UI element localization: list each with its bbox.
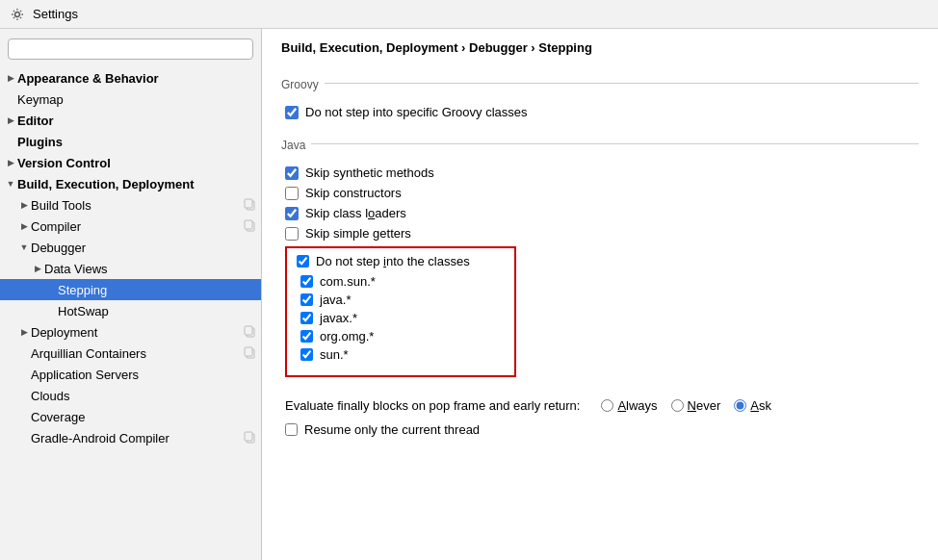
tree-arrow-debugger: ▼ — [17, 241, 31, 254]
sidebar: ▶Appearance & BehaviorKeymap▶EditorPlugi… — [0, 29, 262, 560]
tree-arrow-stepping — [44, 283, 58, 296]
skip-simple-getters-label: Skip simple getters — [305, 226, 411, 241]
copy-icon-deployment — [244, 325, 257, 339]
sidebar-item-gradle-android[interactable]: Gradle-Android Compiler — [0, 427, 261, 448]
dont-step-classes-label: Do not step into the classes — [316, 254, 470, 268]
evaluate-label: Evaluate finally blocks on pop frame and… — [285, 398, 580, 413]
sidebar-label-data-views: Data Views — [44, 262, 257, 276]
sidebar-label-stepping: Stepping — [58, 283, 257, 297]
com-sun-checkbox[interactable] — [300, 275, 313, 288]
sidebar-item-build-tools[interactable]: ▶Build Tools — [0, 194, 261, 216]
breadcrumb: Build, Execution, Deployment › Debugger … — [281, 40, 919, 55]
java-label: java.* — [320, 293, 352, 307]
resume-checkbox[interactable] — [285, 423, 298, 436]
copy-icon-arquillian — [244, 346, 257, 360]
java-divider-line — [311, 143, 919, 144]
sidebar-item-data-views[interactable]: ▶Data Views — [0, 258, 261, 279]
sidebar-label-build-exec-deploy: Build, Execution, Deployment — [17, 177, 257, 191]
com-sun-label: com.sun.* — [320, 274, 376, 289]
svg-rect-4 — [245, 220, 252, 229]
skip-synthetic-label: Skip synthetic methods — [305, 165, 434, 180]
sidebar-item-hotswap[interactable]: HotSwap — [0, 300, 261, 321]
groovy-no-step-label: Do not step into specific Groovy classes — [305, 105, 528, 119]
skip-simple-getters-checkbox[interactable] — [285, 227, 299, 241]
radio-always-label: Always — [617, 398, 657, 413]
sidebar-item-version-control[interactable]: ▶Version Control — [0, 152, 261, 173]
class-item-sun: sun.* — [300, 347, 505, 362]
skip-synthetic-checkbox[interactable] — [285, 166, 299, 180]
java-checkbox[interactable] — [300, 293, 313, 306]
org-omg-checkbox[interactable] — [300, 330, 313, 343]
tree-arrow-compiler: ▶ — [17, 219, 31, 233]
skip-class-loaders-label: Skip class loaders — [305, 206, 406, 220]
svg-rect-6 — [245, 326, 252, 335]
class-item-org-omg: org.omg.* — [300, 329, 505, 344]
groovy-section-header: Groovy — [281, 68, 919, 97]
tree-arrow-editor: ▶ — [4, 114, 17, 127]
sidebar-item-build-exec-deploy[interactable]: ▼Build, Execution, Deployment — [0, 173, 261, 194]
resume-row: Resume only the current thread — [285, 422, 919, 437]
resume-label: Resume only the current thread — [304, 422, 480, 437]
sidebar-label-hotswap: HotSwap — [58, 304, 257, 318]
groovy-no-step-row: Do not step into specific Groovy classes — [285, 105, 919, 119]
sidebar-item-plugins[interactable]: Plugins — [0, 131, 261, 152]
copy-icon-build-tools — [244, 198, 257, 212]
groovy-divider-line — [325, 83, 919, 84]
sidebar-item-app-servers[interactable]: Application Servers — [0, 364, 261, 385]
tree-arrow-plugins — [4, 135, 17, 148]
sidebar-item-debugger[interactable]: ▼Debugger — [0, 237, 261, 258]
skip-class-loaders-checkbox[interactable] — [285, 207, 299, 220]
sidebar-label-app-servers: Application Servers — [31, 368, 257, 382]
svg-point-0 — [15, 12, 20, 16]
groovy-no-step-checkbox[interactable] — [285, 106, 299, 119]
evaluate-row: Evaluate finally blocks on pop frame and… — [285, 398, 919, 413]
tree-arrow-gradle-android — [17, 431, 31, 445]
sidebar-item-keymap[interactable]: Keymap — [0, 89, 261, 110]
search-input[interactable] — [8, 38, 253, 60]
sidebar-item-arquillian[interactable]: Arquillian Containers — [0, 343, 261, 364]
tree-arrow-build-exec-deploy: ▼ — [4, 177, 17, 191]
title-bar: Settings — [0, 0, 938, 29]
class-item-com-sun: com.sun.* — [300, 274, 505, 289]
sidebar-label-gradle-android: Gradle-Android Compiler — [31, 431, 240, 445]
skip-constructors-checkbox[interactable] — [285, 187, 299, 200]
settings-icon — [10, 7, 25, 22]
tree-arrow-build-tools: ▶ — [17, 198, 31, 212]
dont-step-classes-checkbox[interactable] — [297, 255, 309, 267]
radio-ask[interactable] — [734, 399, 746, 412]
sidebar-item-clouds[interactable]: Clouds — [0, 385, 261, 406]
radio-ask-label: Ask — [750, 398, 771, 413]
copy-icon-compiler — [244, 219, 257, 233]
tree-arrow-clouds — [17, 389, 31, 402]
svg-rect-8 — [245, 347, 252, 356]
sidebar-label-arquillian: Arquillian Containers — [31, 346, 240, 361]
sidebar-item-coverage[interactable]: Coverage — [0, 406, 261, 427]
tree-arrow-hotswap — [44, 304, 58, 318]
sidebar-item-deployment[interactable]: ▶Deployment — [0, 321, 261, 343]
sidebar-label-clouds: Clouds — [31, 389, 257, 403]
javax-checkbox[interactable] — [300, 312, 313, 324]
sidebar-item-compiler[interactable]: ▶Compiler — [0, 216, 261, 237]
tree-arrow-appearance: ▶ — [4, 71, 17, 85]
sun-checkbox[interactable] — [300, 348, 313, 361]
sidebar-label-editor: Editor — [17, 114, 257, 128]
content-panel: Build, Execution, Deployment › Debugger … — [262, 29, 938, 560]
radio-ask-option[interactable]: Ask — [734, 398, 771, 413]
sidebar-item-editor[interactable]: ▶Editor — [0, 110, 261, 131]
radio-never-option[interactable]: Never — [671, 398, 721, 413]
copy-icon-gradle-android — [244, 431, 257, 445]
skip-synthetic-row: Skip synthetic methods — [285, 165, 919, 180]
tree-arrow-deployment: ▶ — [17, 325, 31, 339]
class-item-javax: javax.* — [300, 311, 505, 325]
class-item-java: java.* — [300, 293, 505, 307]
radio-always[interactable] — [601, 399, 613, 412]
radio-always-option[interactable]: Always — [601, 398, 657, 413]
sidebar-item-stepping[interactable]: Stepping — [0, 279, 261, 300]
classes-box-header: Do not step into the classes — [297, 254, 505, 268]
sidebar-label-plugins: Plugins — [17, 135, 257, 149]
main-container: ▶Appearance & BehaviorKeymap▶EditorPlugi… — [0, 29, 938, 560]
org-omg-label: org.omg.* — [320, 329, 374, 344]
tree-arrow-coverage — [17, 410, 31, 423]
radio-never[interactable] — [671, 399, 684, 412]
sidebar-item-appearance[interactable]: ▶Appearance & Behavior — [0, 67, 261, 89]
